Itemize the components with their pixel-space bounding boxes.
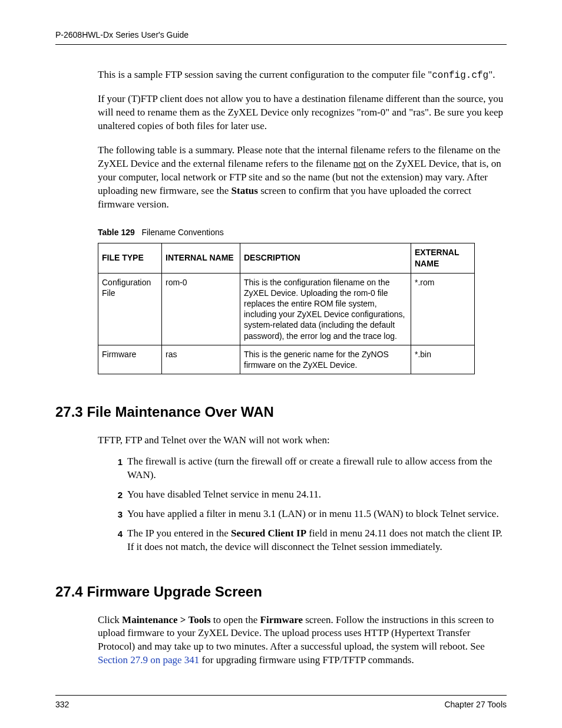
li4-bold: Secured Client IP [231, 528, 306, 539]
intro-paragraph-1: This is a sample FTP session saving the … [98, 68, 507, 83]
section-27-4-heading: 27.4 Firmware Upgrade Screen [55, 582, 507, 601]
table-row: Firmware ras This is the generic name fo… [98, 345, 475, 374]
chapter-label: Chapter 27 Tools [444, 699, 507, 710]
s274-b: to open the [211, 614, 260, 625]
list-number: 1 [112, 455, 123, 482]
section-27-9-link[interactable]: Section 27.9 on page 341 [98, 654, 199, 666]
section-27-4-paragraph: Click Maintenance > Tools to open the Fi… [98, 614, 507, 668]
th-file-type: FILE TYPE [98, 243, 162, 273]
cell-file-type: Firmware [98, 345, 162, 374]
li4-a: The IP you entered in the [127, 528, 231, 539]
table-caption: Table 129 Filename Conventions [98, 227, 507, 238]
table-caption-label: Table 129 [98, 228, 135, 237]
list-item: 1 The firewall is active (turn the firew… [112, 455, 507, 482]
th-internal-name: INTERNAL NAME [162, 243, 240, 273]
intro-paragraph-3: The following table is a summary. Please… [98, 144, 507, 212]
page-number: 332 [55, 699, 69, 710]
cell-description: This is the configuration filename on th… [240, 273, 411, 345]
intro-p1-text-a: This is a sample FTP session saving the … [98, 69, 432, 80]
list-number: 2 [112, 488, 123, 502]
header-rule [55, 44, 507, 45]
cell-description: This is the generic name for the ZyNOS f… [240, 345, 411, 374]
section-27-3-heading: 27.3 File Maintenance Over WAN [55, 403, 507, 421]
list-item: 3 You have applied a filter in menu 3.1 … [112, 508, 507, 521]
cell-file-type: Configuration File [98, 273, 162, 345]
intro-p3-underline: not [353, 158, 366, 169]
s274-bold2: Firmware [260, 614, 303, 625]
list-number: 3 [112, 508, 123, 521]
filename-conventions-table: FILE TYPE INTERNAL NAME DESCRIPTION EXTE… [98, 243, 475, 374]
list-item: 2 You have disabled Telnet service in me… [112, 488, 507, 502]
s274-d: for upgrading firmware using FTP/TFTP co… [199, 654, 414, 666]
intro-p1-code: config.cfg [432, 70, 488, 81]
footer-rule [55, 695, 507, 696]
th-external-name: EXTERNAL NAME [411, 243, 475, 273]
section-27-3-intro: TFTP, FTP and Telnet over the WAN will n… [98, 434, 507, 447]
cell-external-name: *.bin [411, 345, 475, 374]
section-27-3-list: 1 The firewall is active (turn the firew… [112, 455, 507, 554]
list-text: The firewall is active (turn the firewal… [127, 455, 507, 482]
s274-bold1: Maintenance > Tools [122, 614, 210, 625]
cell-internal-name: ras [162, 345, 240, 374]
running-header: P-2608HWL-Dx Series User's Guide [55, 29, 507, 41]
list-text: You have disabled Telnet service in menu… [127, 488, 507, 502]
s274-a: Click [98, 614, 122, 625]
intro-p1-text-b: ". [488, 69, 495, 80]
list-item: 4 The IP you entered in the Secured Clie… [112, 527, 507, 554]
cell-external-name: *.rom [411, 273, 475, 345]
list-number: 4 [112, 527, 123, 554]
list-text: The IP you entered in the Secured Client… [127, 527, 507, 554]
th-description: DESCRIPTION [240, 243, 411, 273]
cell-internal-name: rom-0 [162, 273, 240, 345]
list-text: You have applied a filter in menu 3.1 (L… [127, 508, 507, 521]
intro-p3-bold: Status [232, 185, 258, 196]
table-caption-text: Filename Conventions [141, 228, 223, 237]
table-row: Configuration File rom-0 This is the con… [98, 273, 475, 345]
page-footer: 332 Chapter 27 Tools [55, 695, 507, 710]
intro-paragraph-2: If your (T)FTP client does not allow you… [98, 93, 507, 133]
